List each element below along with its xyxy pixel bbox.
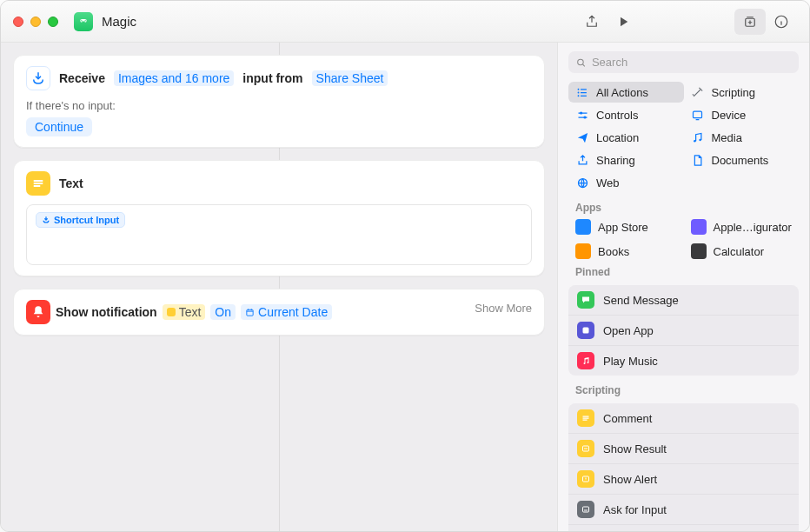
- apps-section-label: Apps: [558, 198, 809, 216]
- apps-grid: App StoreApple…iguratorBooksCalculator: [558, 216, 809, 263]
- category-controls[interactable]: Controls: [568, 104, 684, 125]
- svg-point-8: [583, 116, 586, 118]
- shortcut-title[interactable]: Magic: [102, 14, 136, 29]
- pinned-list: Send MessageOpen AppPlay Music: [568, 285, 799, 376]
- action-show-alert[interactable]: Show Alert: [568, 464, 799, 495]
- svg-point-5: [577, 91, 579, 93]
- msg-icon: [577, 291, 594, 309]
- action-ask-for-input[interactable]: Ask for Input: [568, 495, 799, 525]
- library-toggle-button[interactable]: [734, 9, 766, 35]
- app-books[interactable]: Books: [568, 240, 684, 263]
- lines-icon: [577, 409, 594, 427]
- action-send-message[interactable]: Send Message: [568, 285, 799, 316]
- receive-icon: [26, 66, 50, 90]
- search-field[interactable]: [568, 51, 799, 73]
- svg-point-10: [694, 140, 696, 143]
- category-location[interactable]: Location: [568, 127, 684, 148]
- scripting-list: CommentShow ResultShow AlertAsk for Inpu…: [568, 403, 799, 531]
- text-label: Text: [59, 176, 83, 190]
- actions-sidebar: All ActionsScriptingControlsDeviceLocati…: [557, 43, 809, 531]
- alert-icon: [577, 470, 594, 488]
- nav-icon: [575, 130, 589, 144]
- text-input-area[interactable]: Shortcut Input: [26, 204, 532, 265]
- action-show-notification[interactable]: Show More Show notification Text On Curr…: [13, 289, 545, 336]
- notification-icon: [26, 300, 50, 324]
- app-icon: [691, 243, 707, 259]
- action-comment[interactable]: Comment: [568, 403, 799, 434]
- action-receive-input[interactable]: Receive Images and 16 more input from Sh…: [13, 55, 545, 148]
- open-icon: [577, 322, 594, 339]
- notification-date-token[interactable]: Current Date: [241, 304, 332, 320]
- share-button[interactable]: [576, 9, 608, 35]
- notification-text-token[interactable]: Text: [163, 304, 206, 320]
- category-all-actions[interactable]: All Actions: [568, 82, 684, 103]
- device-icon: [691, 108, 705, 122]
- web-icon: [575, 176, 589, 190]
- receive-noinput-label: If there's no input:: [26, 99, 532, 112]
- app-icon: [575, 219, 591, 235]
- notification-on-token[interactable]: On: [210, 304, 236, 320]
- run-button[interactable]: [608, 9, 639, 35]
- action-open-app[interactable]: Open App: [568, 316, 799, 346]
- svg-point-11: [699, 138, 701, 141]
- zoom-window-button[interactable]: [48, 17, 58, 27]
- share-icon: [575, 153, 589, 167]
- doc-icon: [691, 153, 705, 167]
- shortcuts-editor-window: Magic Receive Imag: [0, 0, 810, 532]
- svg-point-4: [577, 88, 579, 90]
- receive-from-label: input from: [242, 71, 302, 85]
- app-icon: [575, 243, 591, 259]
- category-grid: All ActionsScriptingControlsDeviceLocati…: [558, 82, 809, 198]
- action-play-music[interactable]: Play Music: [568, 346, 799, 376]
- result-icon: [577, 440, 594, 457]
- show-more-button[interactable]: Show More: [475, 302, 532, 315]
- scripting-section-label: Scripting: [558, 381, 809, 398]
- wand-icon: [691, 85, 705, 99]
- search-icon: [575, 57, 587, 69]
- titlebar: Magic: [1, 1, 809, 43]
- category-scripting[interactable]: Scripting: [684, 82, 800, 103]
- category-documents[interactable]: Documents: [684, 150, 800, 170]
- app-icon: [691, 219, 707, 235]
- action-count[interactable]: Count: [568, 525, 799, 531]
- action-text[interactable]: Text Shortcut Input: [13, 160, 545, 276]
- app-apple-igurator[interactable]: Apple…igurator: [684, 216, 800, 238]
- search-input[interactable]: [592, 56, 792, 69]
- category-web[interactable]: Web: [568, 172, 684, 193]
- action-show-result[interactable]: Show Result: [568, 434, 799, 464]
- shortcut-app-icon: [74, 12, 93, 31]
- media-icon: [691, 130, 705, 144]
- app-app-store[interactable]: App Store: [568, 216, 684, 238]
- close-window-button[interactable]: [13, 17, 23, 27]
- svg-point-7: [580, 111, 582, 114]
- svg-rect-13: [583, 328, 589, 334]
- shortcut-input-variable-chip[interactable]: Shortcut Input: [36, 212, 125, 228]
- receive-noinput-action[interactable]: Continue: [26, 117, 92, 136]
- category-media[interactable]: Media: [684, 127, 800, 148]
- category-device[interactable]: Device: [684, 104, 800, 125]
- receive-label: Receive: [59, 71, 105, 85]
- minimize-window-button[interactable]: [30, 17, 41, 27]
- app-calculator[interactable]: Calculator: [684, 240, 800, 263]
- notification-label: Show notification: [56, 305, 157, 319]
- svg-rect-9: [694, 111, 702, 118]
- svg-point-3: [578, 59, 583, 64]
- text-icon: [26, 171, 50, 196]
- music-icon: [577, 352, 594, 369]
- info-button[interactable]: [766, 9, 797, 35]
- list-icon: [575, 85, 589, 99]
- receive-source-token[interactable]: Share Sheet: [312, 70, 388, 86]
- receive-type-token[interactable]: Images and 16 more: [114, 70, 234, 86]
- pinned-section-label: Pinned: [558, 263, 809, 280]
- slider-icon: [575, 108, 589, 122]
- svg-rect-2: [247, 309, 253, 316]
- workflow-editor[interactable]: Receive Images and 16 more input from Sh…: [1, 43, 557, 531]
- window-controls: [13, 17, 58, 27]
- svg-point-6: [577, 95, 579, 96]
- category-sharing[interactable]: Sharing: [568, 150, 684, 170]
- svg-rect-16: [583, 507, 589, 512]
- ask-icon: [577, 501, 594, 518]
